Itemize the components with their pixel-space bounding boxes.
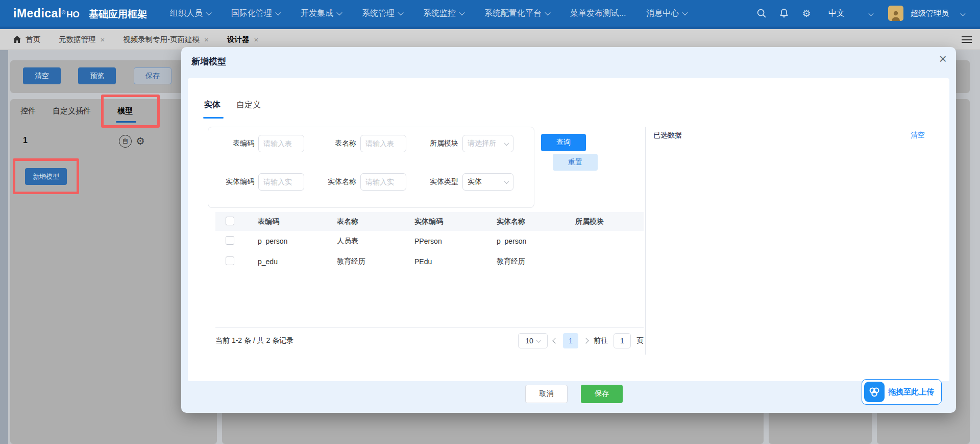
- page-number[interactable]: 1: [563, 333, 578, 348]
- tab-video-page-modeling[interactable]: 视频录制专用-页面建模 ×: [123, 35, 209, 44]
- table-header-row: 表编码 表名称 实体编码 实体名称 所属模块: [215, 212, 644, 231]
- menu-publish-test[interactable]: 菜单发布测试...: [570, 8, 626, 19]
- col-header: 所属模块: [562, 217, 644, 226]
- tab-custom-plugins[interactable]: 自定义插件: [53, 106, 91, 116]
- table-name-input[interactable]: [360, 135, 406, 152]
- close-icon[interactable]: ×: [254, 36, 258, 43]
- drag-upload-area[interactable]: 拖拽至此上传: [862, 379, 942, 405]
- chevron-down-icon: [275, 10, 281, 15]
- add-model-dialog: 新增模型 × 实体 自定义 表编码 表名称 所属模块 请选择所: [181, 47, 956, 413]
- module-select[interactable]: 请选择所: [462, 135, 513, 152]
- language-selector[interactable]: 中文: [828, 8, 845, 19]
- collapsed-sidebar: [0, 50, 8, 444]
- clear-button[interactable]: 清空: [23, 67, 61, 84]
- tab-designer[interactable]: 设计器 ×: [227, 35, 258, 44]
- row-checkbox[interactable]: [226, 256, 234, 265]
- goto-page-input[interactable]: [614, 333, 631, 348]
- annotation-rect-add-model: [13, 158, 79, 194]
- logo-product-name: 基础应用框架: [89, 9, 147, 19]
- menu-config-platform[interactable]: 系统配置化平台: [484, 8, 550, 19]
- prev-page-icon[interactable]: [552, 338, 558, 343]
- menu-system-monitor[interactable]: 系统监控: [423, 8, 464, 19]
- dialog-close-icon[interactable]: ×: [939, 52, 947, 65]
- menu-system-admin[interactable]: 系统管理: [362, 8, 403, 19]
- table-code-label: 表编码: [217, 139, 254, 148]
- menu-i18n[interactable]: 国际化管理: [231, 8, 280, 19]
- entity-type-select[interactable]: 实体: [462, 173, 513, 191]
- page-size-select[interactable]: 10: [518, 333, 548, 348]
- chevron-down-icon: [459, 10, 464, 15]
- close-icon[interactable]: ×: [204, 36, 209, 43]
- chevron-down-icon: [206, 10, 211, 15]
- table-name-label: 表名称: [320, 139, 356, 148]
- chevron-down-icon: [545, 10, 550, 15]
- app-logo: iMedical®HO 基础应用框架: [13, 7, 147, 21]
- user-avatar[interactable]: [888, 6, 903, 21]
- menu-message-center[interactable]: 消息中心: [646, 8, 687, 19]
- table-row[interactable]: p_person 人员表 PPerson p_person: [215, 231, 644, 251]
- chevron-down-icon: [504, 141, 509, 146]
- page-unit-label: 页: [636, 336, 644, 345]
- col-header: 表编码: [245, 217, 324, 226]
- table-code-input[interactable]: [258, 135, 304, 152]
- select-all-checkbox[interactable]: [226, 217, 234, 225]
- chevron-down-icon: [682, 10, 688, 15]
- chevron-down-icon[interactable]: [869, 11, 874, 16]
- record-summary: 当前 1-2 条 / 共 2 条记录: [215, 336, 293, 345]
- tab-home[interactable]: 首页: [13, 35, 40, 44]
- entity-name-label: 实体名称: [320, 177, 356, 186]
- model-count: 1: [23, 136, 28, 145]
- logo-ho: HO: [66, 10, 80, 19]
- col-header: 表名称: [324, 217, 402, 226]
- reset-button[interactable]: 重置: [553, 154, 598, 171]
- pagination-bar: 当前 1-2 条 / 共 2 条记录 10 1 前往 页: [215, 327, 644, 354]
- table-row[interactable]: p_edu 教育经历 PEdu 教育经历: [215, 251, 644, 272]
- nav-right-cluster: ⚙ 中文 超级管理员: [756, 0, 969, 27]
- tab-custom[interactable]: 自定义: [236, 100, 261, 110]
- selected-data-title: 已选数据: [653, 131, 682, 140]
- chevron-down-icon: [536, 338, 541, 343]
- main-menu: 组织人员 国际化管理 开发集成 系统管理 系统监控 系统配置化平台 菜单发布测试…: [170, 0, 687, 27]
- logo-registered-mark: ®: [62, 10, 65, 15]
- dialog-body: 实体 自定义 表编码 表名称 所属模块 请选择所: [188, 78, 949, 381]
- chevron-down-icon: [398, 10, 403, 15]
- entity-table: 表编码 表名称 实体编码 实体名称 所属模块 p_person 人员表 PPer…: [215, 212, 644, 272]
- cancel-button[interactable]: 取消: [525, 385, 568, 403]
- search-icon[interactable]: [756, 8, 767, 19]
- menu-org-people[interactable]: 组织人员: [170, 8, 211, 19]
- next-page-icon[interactable]: [583, 338, 589, 343]
- upload-label: 拖拽至此上传: [888, 387, 934, 397]
- filter-form: 表编码 表名称 所属模块 请选择所 实体编码 实体名称: [208, 127, 534, 208]
- custom-badge-icon[interactable]: 自: [119, 135, 132, 148]
- dialog-title: 新增模型: [191, 56, 226, 67]
- entity-code-input[interactable]: [258, 173, 304, 191]
- save-button[interactable]: 保存: [134, 67, 172, 84]
- panel-divider: [645, 127, 646, 355]
- col-header: 实体编码: [402, 217, 484, 226]
- save-model-button[interactable]: 保存: [581, 385, 623, 403]
- chevron-down-icon[interactable]: [961, 11, 966, 16]
- menu-dev-integration[interactable]: 开发集成: [301, 8, 341, 19]
- close-icon[interactable]: ×: [101, 36, 105, 43]
- entity-name-input[interactable]: [360, 173, 406, 191]
- active-tab-underline: [203, 117, 224, 119]
- chevron-down-icon: [336, 10, 342, 15]
- tab-controls[interactable]: 控件: [20, 106, 36, 116]
- hamburger-menu-icon[interactable]: [962, 36, 972, 43]
- chevron-down-icon: [504, 179, 509, 184]
- selected-clear-link[interactable]: 清空: [911, 131, 925, 140]
- logo-brand: iMedical: [13, 7, 62, 20]
- settings-icon[interactable]: ⚙: [136, 135, 145, 147]
- username[interactable]: 超级管理员: [911, 9, 949, 18]
- goto-label: 前往: [594, 336, 608, 345]
- query-button[interactable]: 查询: [541, 134, 586, 151]
- tab-metadata[interactable]: 元数据管理 ×: [59, 35, 105, 44]
- home-icon: [13, 36, 21, 43]
- bell-icon[interactable]: [778, 8, 790, 19]
- row-checkbox[interactable]: [226, 236, 234, 245]
- preview-button[interactable]: 预览: [78, 67, 116, 84]
- col-header: 实体名称: [484, 217, 562, 226]
- tab-entity[interactable]: 实体: [204, 100, 220, 110]
- gear-icon[interactable]: ⚙: [801, 8, 812, 19]
- screen: iMedical®HO 基础应用框架 组织人员 国际化管理 开发集成 系统管理 …: [0, 0, 980, 444]
